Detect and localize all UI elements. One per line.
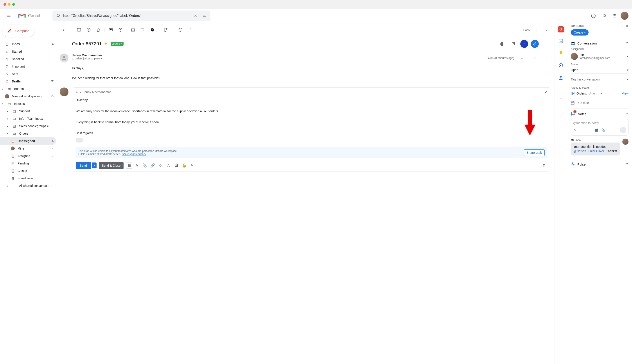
sidebar-item-starred[interactable]: ☆ Starred	[0, 48, 56, 55]
sidebar-item-closed[interactable]: 📋 Closed	[0, 167, 56, 174]
snooze-button[interactable]	[116, 26, 125, 34]
snooze-filled-button[interactable]	[148, 26, 157, 34]
due-date-row[interactable]: Due date	[571, 98, 628, 106]
sidebar-item-drafts[interactable]: 🗎 Drafts 57	[0, 78, 56, 85]
window-close-button[interactable]	[4, 3, 6, 6]
share-draft-button[interactable]: Share draft	[524, 149, 545, 156]
mark-unread-button[interactable]	[106, 26, 115, 34]
video-icon[interactable]: 📹	[594, 128, 598, 132]
share-feedback-link[interactable]: Share your feedback	[122, 152, 146, 156]
status-dropdown[interactable]: Open ▾	[571, 67, 628, 74]
sidebar-item-mine[interactable]: Mine (all workspaces) 25	[0, 92, 56, 100]
panel-close-button[interactable]: ✕	[626, 24, 628, 28]
tag-dropdown[interactable]: Tag this conversation ▾	[571, 75, 628, 84]
sidebar-item-pending[interactable]: 📋 Pending	[0, 160, 56, 167]
sidebar-item-assigned[interactable]: 📋 Assigned 1	[0, 152, 56, 160]
attach-button[interactable]: 📎	[141, 162, 148, 169]
sidebar-item-boards[interactable]: ▸ ▦ Boards	[0, 85, 56, 92]
search-input[interactable]	[63, 14, 191, 18]
moveto-button[interactable]	[129, 26, 137, 34]
main-menu-button[interactable]	[4, 10, 14, 21]
recipients[interactable]: to orders.jmikecompany ▾	[72, 57, 102, 60]
send-close-button[interactable]: Send & Close	[99, 162, 124, 169]
window-maximize-button[interactable]	[12, 3, 15, 6]
sidebar-item-boardview[interactable]: ▦ Board view	[0, 174, 56, 182]
attach-icon[interactable]: 📎	[601, 128, 605, 132]
search-options-button[interactable]	[200, 14, 209, 18]
add-rail-button[interactable]: ＋	[557, 94, 565, 102]
sidebar-item-sent[interactable]: ▷ Sent	[0, 70, 56, 78]
panel-more-button[interactable]: ⋮	[621, 24, 624, 28]
notes-header[interactable]: Notes ⌃	[571, 111, 628, 117]
link-button[interactable]	[531, 40, 539, 48]
insert-link-button[interactable]: 🔗	[149, 162, 156, 169]
print-button[interactable]	[497, 40, 506, 48]
spam-button[interactable]: !	[84, 26, 93, 34]
clear-search-button[interactable]	[191, 14, 200, 18]
image-button[interactable]: 🖼	[173, 162, 180, 169]
gmail-logo[interactable]: Gmail	[18, 12, 40, 19]
sidebar-item-support[interactable]: ▸ ▤ Support	[0, 108, 56, 115]
reply-button[interactable]: ↩	[530, 54, 539, 62]
add-note-button[interactable]: +	[620, 127, 626, 133]
sidebar-item-info[interactable]: ▸ ▤ Info - Team Inbox	[0, 115, 56, 122]
sidebar-item-snoozed[interactable]: ◷ Snoozed	[0, 55, 56, 63]
labels-button[interactable]	[138, 26, 147, 34]
archive-button[interactable]	[75, 26, 83, 34]
back-button[interactable]	[60, 26, 69, 34]
sidebar-item-allshared[interactable]: ▸ All shared conversatio…	[0, 182, 56, 190]
delete-button[interactable]	[94, 26, 103, 34]
confidential-button[interactable]: 🔒	[181, 162, 188, 169]
sidebar-item-inboxes[interactable]: ▾ ▤ Inboxes	[0, 100, 56, 108]
mention-link[interactable]: @Nelson Junior O'Neil	[573, 149, 604, 153]
sidebar-item-orders[interactable]: ▾ ▤ Orders	[0, 130, 56, 137]
gmelius-action-button[interactable]	[520, 40, 528, 48]
sidebar-item-important[interactable]: ∑ Important	[0, 63, 56, 70]
sidebar-item-unassigned[interactable]: 📋 Unassigned 4	[0, 137, 56, 145]
prev-button[interactable]: ‹	[532, 26, 540, 34]
sidebar-item-sales[interactable]: ▸ ▤ Sales googlegroups.c…	[0, 122, 56, 130]
conversation-header[interactable]: Conversation ⌃	[571, 41, 628, 46]
gmelius-rail-button[interactable]: G	[558, 26, 564, 32]
discard-draft-button[interactable]: 🗑	[540, 162, 547, 169]
templates-button[interactable]: ▦	[126, 162, 132, 168]
compose-body[interactable]: Hi Jenny, We are truly sorry for the inc…	[72, 96, 551, 146]
emoji-button[interactable]: ☺	[157, 162, 164, 169]
show-trimmed-button[interactable]: •••	[76, 138, 83, 142]
message-more-button[interactable]: ⋮	[542, 54, 551, 62]
sidebar-item-mine-orders[interactable]: Mine 4	[0, 145, 56, 152]
open-new-button[interactable]	[509, 40, 518, 48]
label-chip-orders[interactable]: Orders ×	[111, 42, 124, 46]
assignee-dropdown[interactable]: me tarekdelacruz@gmail.com ▾	[571, 52, 628, 61]
collapse-rail-button[interactable]: ›	[557, 354, 565, 361]
drive-button[interactable]: △	[165, 162, 172, 169]
keep-rail-button[interactable]	[557, 49, 565, 57]
board-row[interactable]: Orders, Unas… ▾ View	[571, 90, 628, 96]
assignee-button[interactable]	[176, 26, 185, 34]
reply-arrow-icon[interactable]: ↩	[76, 90, 78, 94]
search-icon[interactable]	[54, 14, 63, 18]
send-button[interactable]: Send	[76, 162, 91, 169]
apps-button[interactable]	[610, 12, 619, 20]
contacts-rail-button[interactable]	[557, 74, 565, 82]
view-board-link[interactable]: View	[622, 92, 628, 95]
tasks-rail-button[interactable]	[557, 62, 565, 69]
compose-button[interactable]: Compose	[2, 24, 35, 37]
settings-button[interactable]	[599, 12, 608, 20]
send-more-button[interactable]: ▾	[92, 162, 97, 168]
help-button[interactable]: ?	[589, 12, 598, 20]
important-marker-icon[interactable]: ⯈	[104, 42, 108, 46]
remove-label-icon[interactable]: ×	[121, 42, 122, 46]
create-button[interactable]: Create ▾	[571, 30, 588, 36]
notes-input[interactable]: @mention to notify ☺ 📹 📎 +	[571, 119, 628, 136]
format-button[interactable]: A	[133, 162, 140, 169]
star-message-button[interactable]: ☆	[518, 54, 526, 62]
popout-icon[interactable]: ⬈	[545, 90, 547, 94]
reply-type-chevron[interactable]: ▾	[80, 91, 81, 94]
signature-button[interactable]: ✎	[188, 162, 195, 169]
emoji-icon[interactable]: ☺	[573, 128, 576, 132]
board-button[interactable]	[162, 26, 171, 34]
more-button[interactable]	[186, 26, 194, 34]
compose-more-button[interactable]: ⋮	[532, 162, 539, 169]
window-minimize-button[interactable]	[8, 3, 11, 6]
